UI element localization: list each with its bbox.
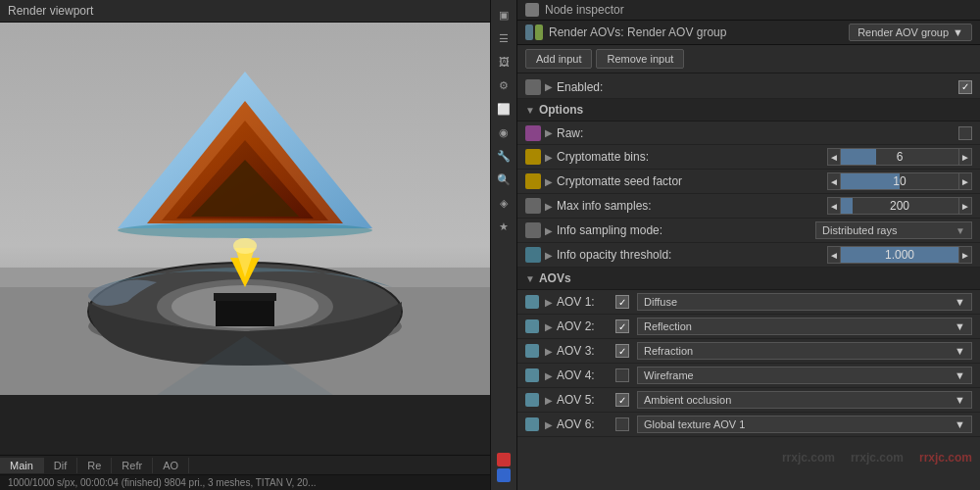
sidebar-box-icon[interactable]: ⬜ (493, 98, 514, 120)
cryptomatte-seed-increment[interactable]: ► (958, 172, 972, 190)
sidebar-star-icon[interactable]: ★ (493, 216, 514, 237)
aov-group-dropdown[interactable]: Render AOV group ▼ (849, 24, 972, 41)
aov2-expand[interactable]: ▶ (545, 321, 553, 332)
sidebar: ▣ ☰ 🖼 ⚙ ⬜ ◉ 🔧 🔍 ◈ ★ (490, 0, 517, 490)
aov2-checkbox[interactable] (615, 319, 629, 333)
remove-input-button[interactable]: Remove input (596, 49, 684, 69)
aov5-checkbox[interactable] (615, 393, 629, 407)
aov4-checkbox[interactable] (615, 368, 629, 382)
aov6-icon (525, 417, 539, 431)
options-label: Options (539, 103, 583, 117)
aov-row-1: ▶ AOV 1: Diffuse ▼ (517, 290, 980, 315)
node-icon-left (525, 24, 533, 40)
sidebar-render-icon[interactable]: ▣ (493, 4, 514, 25)
aov3-type-dropdown[interactable]: Refraction ▼ (637, 342, 972, 360)
max-info-decrement[interactable]: ◄ (827, 197, 841, 215)
aov-row-6: ▶ AOV 6: Global texture AOV 1 ▼ (517, 413, 980, 437)
tab-re[interactable]: Re (77, 458, 112, 473)
bottom-tabs: Main Dif Re Refr AO (0, 455, 490, 474)
raw-label: Raw: (557, 126, 958, 140)
tab-refr[interactable]: Refr (112, 458, 153, 473)
cryptomatte-bins-icon (525, 149, 541, 165)
aov4-label: AOV 4: (557, 368, 615, 382)
info-opacity-slider[interactable]: 1.000 (841, 246, 958, 264)
aov5-expand[interactable]: ▶ (545, 395, 553, 406)
cryptomatte-bins-expand[interactable]: ▶ (545, 152, 553, 163)
aov1-type-dropdown[interactable]: Diffuse ▼ (637, 293, 972, 311)
aov4-expand[interactable]: ▶ (545, 370, 553, 381)
aov1-icon (525, 295, 539, 309)
viewport-canvas (0, 23, 490, 455)
cryptomatte-bins-slider[interactable]: 6 (841, 148, 958, 166)
aov6-type-dropdown[interactable]: Global texture AOV 1 ▼ (637, 416, 972, 433)
aov3-expand[interactable]: ▶ (545, 346, 553, 357)
info-opacity-stepper: ◄ 1.000 ► (827, 246, 972, 264)
cryptomatte-seed-decrement[interactable]: ◄ (827, 172, 841, 190)
info-sampling-icon (525, 222, 541, 238)
cryptomatte-bins-label: Cryptomatte bins: (557, 150, 827, 164)
sidebar-red-btn[interactable] (497, 453, 511, 466)
aov5-type-dropdown[interactable]: Ambient occlusion ▼ (637, 391, 972, 409)
viewport-title: Render viewport (8, 4, 93, 18)
sidebar-node-icon[interactable]: ◈ (493, 192, 514, 214)
viewport-header: Render viewport (0, 0, 490, 23)
sidebar-settings-icon[interactable]: ⚙ (493, 74, 514, 96)
aov2-label: AOV 2: (557, 319, 615, 333)
cryptomatte-seed-slider[interactable]: 10 (841, 172, 958, 190)
info-sampling-dropdown[interactable]: Distributed rays ▼ (815, 221, 972, 239)
info-opacity-decrement[interactable]: ◄ (827, 246, 841, 264)
aov4-type-dropdown[interactable]: Wireframe ▼ (637, 367, 972, 384)
aov5-icon (525, 393, 539, 407)
sidebar-menu-icon[interactable]: ☰ (493, 27, 514, 49)
max-info-expand[interactable]: ▶ (545, 201, 553, 212)
aov6-type-value: Global texture AOV 1 (644, 418, 745, 430)
aov2-type-dropdown[interactable]: Reflection ▼ (637, 318, 972, 335)
raw-icon (525, 125, 541, 141)
sidebar-image-icon[interactable]: 🖼 (493, 51, 514, 73)
sidebar-tool-icon[interactable]: 🔧 (493, 145, 514, 167)
enabled-row: ▶ Enabled: (517, 75, 980, 99)
inspector-toolbar: Add input Remove input (517, 45, 980, 74)
viewport-scene (0, 23, 490, 395)
raw-expand[interactable]: ▶ (545, 127, 553, 138)
info-opacity-increment[interactable]: ► (958, 246, 972, 264)
sidebar-blue-btn[interactable] (497, 468, 511, 482)
node-icon-group (525, 24, 543, 40)
info-sampling-expand[interactable]: ▶ (545, 225, 553, 236)
max-info-increment[interactable]: ► (958, 197, 972, 215)
aov1-label: AOV 1: (557, 295, 615, 309)
aov1-checkbox[interactable] (615, 295, 629, 309)
enabled-expand[interactable]: ▶ (545, 81, 553, 92)
svg-rect-7 (216, 297, 274, 326)
tab-dif[interactable]: Dif (44, 458, 77, 473)
cryptomatte-seed-value: 10 (841, 173, 958, 189)
tab-ao[interactable]: AO (153, 458, 189, 473)
add-input-button[interactable]: Add input (525, 49, 592, 69)
aov6-checkbox[interactable] (615, 417, 629, 431)
info-sampling-value: Distributed rays (822, 224, 897, 236)
cryptomatte-seed-expand[interactable]: ▶ (545, 176, 553, 187)
aov4-type-value: Wireframe (644, 369, 694, 381)
aov3-type-value: Refraction (644, 345, 693, 357)
info-opacity-expand[interactable]: ▶ (545, 250, 553, 261)
sidebar-circle-icon[interactable]: ◉ (493, 122, 514, 143)
tab-main[interactable]: Main (0, 458, 44, 473)
cryptomatte-bins-decrement[interactable]: ◄ (827, 148, 841, 166)
aov-row-3: ▶ AOV 3: Refraction ▼ (517, 339, 980, 364)
options-section: ▼ Options (517, 99, 980, 122)
max-info-row: ▶ Max info samples: ◄ 200 ► (517, 194, 980, 219)
status-bar: 1000/1000 s/px, 00:00:04 (finished) 9804… (0, 474, 490, 490)
raw-checkbox[interactable] (958, 126, 972, 140)
aov3-checkbox[interactable] (615, 344, 629, 358)
cryptomatte-seed-stepper: ◄ 10 ► (827, 172, 972, 190)
node-label: Render AOVs: Render AOV group (549, 25, 843, 39)
enabled-checkbox[interactable] (958, 80, 972, 94)
cryptomatte-bins-increment[interactable]: ► (958, 148, 972, 166)
sidebar-zoom-icon[interactable]: 🔍 (493, 169, 514, 190)
node-inspector: Node inspector Render AOVs: Render AOV g… (517, 0, 980, 490)
aov6-expand[interactable]: ▶ (545, 419, 553, 430)
aov1-expand[interactable]: ▶ (545, 297, 553, 308)
max-info-slider[interactable]: 200 (841, 197, 958, 215)
aov3-label: AOV 3: (557, 344, 615, 358)
svg-point-17 (118, 222, 372, 238)
